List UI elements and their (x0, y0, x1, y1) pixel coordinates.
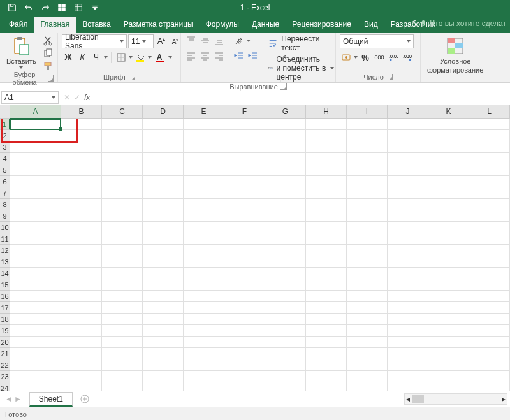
cell[interactable] (347, 164, 388, 176)
cell[interactable] (428, 268, 469, 279)
increase-indent-button[interactable] (247, 50, 259, 62)
cell[interactable] (306, 176, 347, 187)
row-header[interactable]: 11 (0, 233, 10, 245)
cell[interactable] (306, 268, 347, 279)
save-button[interactable] (4, 0, 20, 15)
cell[interactable] (428, 302, 469, 314)
cell[interactable] (102, 382, 143, 391)
cell[interactable] (388, 187, 428, 199)
tell-me-search[interactable]: Что вы хотите сделат (419, 19, 506, 28)
cell[interactable] (143, 233, 184, 245)
cell[interactable] (347, 233, 388, 245)
font-color-dropdown[interactable] (168, 56, 172, 59)
cell[interactable] (265, 337, 306, 348)
cell[interactable] (306, 199, 347, 210)
cell[interactable] (10, 382, 61, 391)
cell[interactable] (10, 233, 61, 245)
cell[interactable] (184, 130, 224, 141)
cell[interactable] (469, 119, 510, 130)
cell[interactable] (347, 268, 388, 279)
cell[interactable] (428, 382, 469, 391)
cell[interactable] (306, 337, 347, 348)
tab-view[interactable]: Вид (358, 17, 384, 33)
row-header[interactable]: 6 (0, 176, 10, 187)
cell[interactable] (347, 291, 388, 302)
cell[interactable] (184, 382, 224, 391)
cell[interactable] (102, 210, 143, 222)
cell[interactable] (184, 176, 224, 187)
cell[interactable] (428, 141, 469, 153)
cell[interactable] (388, 153, 428, 164)
cell[interactable] (428, 371, 469, 382)
cell[interactable] (428, 119, 469, 130)
cell[interactable] (428, 176, 469, 187)
fill-color-button[interactable] (134, 51, 147, 64)
alignment-dialog-launcher[interactable] (280, 83, 287, 90)
column-header[interactable]: J (388, 105, 428, 119)
cell[interactable] (184, 325, 224, 337)
cell[interactable] (10, 130, 61, 141)
cell[interactable] (388, 233, 428, 245)
cell[interactable] (428, 256, 469, 268)
cell[interactable] (224, 279, 265, 291)
cell[interactable] (347, 256, 388, 268)
cell[interactable] (224, 130, 265, 141)
cell[interactable] (347, 382, 388, 391)
cell[interactable] (428, 279, 469, 291)
cell[interactable] (143, 130, 184, 141)
row-header[interactable]: 12 (0, 245, 10, 256)
cell[interactable] (224, 382, 265, 391)
cell[interactable] (469, 337, 510, 348)
cell[interactable] (224, 291, 265, 302)
row-header[interactable]: 7 (0, 187, 10, 199)
cell[interactable] (265, 176, 306, 187)
cell[interactable] (184, 187, 224, 199)
cell[interactable] (102, 130, 143, 141)
formula-input[interactable] (94, 92, 510, 103)
cell[interactable] (143, 256, 184, 268)
cell[interactable] (265, 348, 306, 359)
cell[interactable] (61, 119, 102, 130)
column-header[interactable]: B (61, 105, 102, 119)
cell[interactable] (184, 119, 224, 130)
cell[interactable] (143, 291, 184, 302)
enter-formula-button[interactable]: ✓ (74, 93, 80, 102)
cell[interactable] (143, 222, 184, 233)
cell[interactable] (265, 359, 306, 371)
scroll-thumb[interactable] (412, 395, 424, 403)
cell[interactable] (224, 325, 265, 337)
grow-font-button[interactable]: A▴ (155, 35, 168, 48)
cell[interactable] (184, 199, 224, 210)
cell[interactable] (388, 382, 428, 391)
cell[interactable] (184, 302, 224, 314)
cell[interactable] (306, 371, 347, 382)
cell[interactable] (469, 382, 510, 391)
cell[interactable] (347, 348, 388, 359)
cell[interactable] (388, 359, 428, 371)
align-bottom-button[interactable] (213, 34, 226, 47)
font-dialog-launcher[interactable] (129, 74, 135, 80)
cell[interactable] (184, 371, 224, 382)
cell[interactable] (102, 302, 143, 314)
cell[interactable] (306, 153, 347, 164)
cell[interactable] (306, 382, 347, 391)
cell[interactable] (143, 164, 184, 176)
cell[interactable] (306, 325, 347, 337)
cell[interactable] (388, 256, 428, 268)
row-header[interactable]: 17 (0, 302, 10, 314)
redo-button[interactable] (37, 0, 54, 15)
underline-button[interactable]: Ч (90, 51, 103, 64)
cell[interactable] (10, 222, 61, 233)
cell[interactable] (388, 141, 428, 153)
cell[interactable] (388, 268, 428, 279)
tab-review[interactable]: Рецензирование (286, 17, 358, 33)
cell[interactable] (469, 359, 510, 371)
cell[interactable] (388, 314, 428, 325)
align-top-button[interactable] (185, 34, 198, 47)
cell[interactable] (347, 302, 388, 314)
sheet-nav-next[interactable]: ► (14, 395, 22, 403)
cell[interactable] (224, 210, 265, 222)
cell[interactable] (306, 359, 347, 371)
qat-grid-icon[interactable] (54, 0, 70, 15)
cell[interactable] (347, 119, 388, 130)
